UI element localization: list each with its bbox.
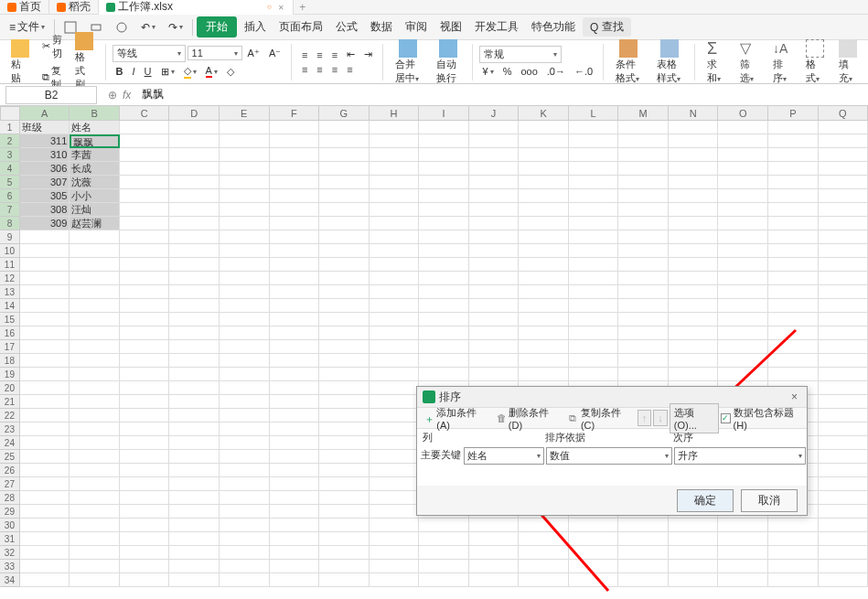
add-condition-button[interactable]: ＋添加条件(A)	[421, 404, 491, 433]
cell[interactable]	[220, 162, 270, 176]
row-header[interactable]: 31	[0, 532, 20, 546]
cell[interactable]	[618, 354, 669, 368]
cell[interactable]	[618, 230, 669, 244]
percent-icon[interactable]: %	[499, 65, 516, 78]
cell[interactable]	[270, 121, 320, 134]
cell[interactable]	[469, 560, 520, 573]
cell[interactable]	[718, 560, 768, 573]
new-tab-button[interactable]: +	[294, 1, 312, 14]
cell[interactable]	[20, 409, 70, 423]
cell[interactable]	[20, 464, 70, 477]
cell[interactable]	[70, 272, 120, 285]
cell[interactable]	[270, 176, 320, 189]
cell[interactable]	[419, 354, 469, 368]
cell[interactable]	[70, 395, 120, 409]
cell[interactable]: 307	[20, 176, 70, 189]
cell[interactable]	[270, 477, 320, 491]
cell[interactable]	[618, 340, 669, 354]
cell[interactable]	[370, 464, 420, 477]
cell[interactable]	[419, 532, 469, 546]
cell[interactable]	[469, 258, 520, 272]
cell[interactable]	[270, 203, 320, 217]
tab-home[interactable]: 首页	[0, 0, 49, 15]
cell[interactable]	[768, 573, 819, 587]
cell[interactable]	[319, 368, 370, 381]
cell[interactable]	[220, 491, 270, 505]
cell[interactable]	[469, 340, 520, 354]
cell[interactable]	[220, 477, 270, 491]
cell[interactable]	[220, 134, 270, 148]
row-header[interactable]: 6	[0, 189, 20, 203]
col-header-G[interactable]: G	[319, 106, 370, 121]
cell[interactable]	[819, 368, 868, 381]
cell[interactable]	[819, 272, 868, 285]
cell[interactable]	[569, 546, 619, 560]
cell[interactable]	[669, 340, 719, 354]
currency-icon[interactable]: ¥▾	[479, 65, 498, 78]
cell[interactable]	[20, 230, 70, 244]
cell[interactable]	[270, 423, 320, 436]
cell[interactable]	[169, 573, 220, 587]
cell[interactable]	[819, 573, 868, 587]
col-header-O[interactable]: O	[718, 106, 768, 121]
number-format-select[interactable]: 常规▾	[479, 46, 562, 63]
col-header-A[interactable]: A	[20, 106, 70, 121]
cell[interactable]	[519, 189, 569, 203]
cell[interactable]	[419, 148, 469, 162]
cell[interactable]	[718, 519, 768, 532]
cell[interactable]	[270, 560, 320, 573]
cell[interactable]	[819, 189, 868, 203]
cell[interactable]	[669, 313, 719, 326]
cell[interactable]	[169, 519, 220, 532]
cell[interactable]	[718, 573, 768, 587]
cell[interactable]	[819, 395, 868, 409]
cell[interactable]	[819, 381, 868, 395]
cell[interactable]	[20, 244, 70, 258]
cell[interactable]	[120, 560, 170, 573]
cell[interactable]	[569, 203, 619, 217]
cell[interactable]	[20, 491, 70, 505]
cell[interactable]	[169, 203, 220, 217]
cell[interactable]	[768, 134, 819, 148]
row-header[interactable]: 4	[0, 162, 20, 176]
cell[interactable]	[220, 368, 270, 381]
ok-button[interactable]: 确定	[677, 489, 734, 512]
col-header-B[interactable]: B	[70, 106, 120, 121]
cell[interactable]: 309	[20, 217, 70, 230]
cell[interactable]	[120, 121, 170, 134]
cell[interactable]	[120, 395, 170, 409]
cell[interactable]	[469, 189, 520, 203]
cell[interactable]	[768, 244, 819, 258]
cell[interactable]	[419, 519, 469, 532]
cell[interactable]	[220, 326, 270, 340]
font-size-select[interactable]: 11▾	[188, 46, 242, 60]
cell[interactable]	[669, 546, 719, 560]
decrease-font-icon[interactable]: A⁻	[265, 47, 284, 60]
copy-condition-button[interactable]: ⧉复制条件(C)	[565, 404, 636, 433]
cell[interactable]	[270, 272, 320, 285]
cell[interactable]	[120, 340, 170, 354]
cell[interactable]	[70, 354, 120, 368]
cell[interactable]	[370, 573, 420, 587]
cell[interactable]	[718, 189, 768, 203]
col-header-L[interactable]: L	[569, 106, 619, 121]
cell[interactable]	[169, 162, 220, 176]
row-header[interactable]: 34	[0, 573, 20, 587]
tab-pagelayout[interactable]: 页面布局	[273, 17, 328, 37]
cell[interactable]	[120, 148, 170, 162]
cell[interactable]	[618, 519, 669, 532]
cell[interactable]	[370, 148, 420, 162]
row-header[interactable]: 8	[0, 217, 20, 230]
cell[interactable]	[419, 313, 469, 326]
cell[interactable]	[419, 368, 469, 381]
cell[interactable]	[20, 532, 70, 546]
cell[interactable]	[169, 354, 220, 368]
cell[interactable]	[270, 326, 320, 340]
cell[interactable]	[169, 258, 220, 272]
cell[interactable]	[370, 423, 420, 436]
filter-button[interactable]: ▽筛选▾	[734, 37, 764, 87]
cell[interactable]	[669, 162, 719, 176]
cell[interactable]	[669, 258, 719, 272]
cell[interactable]	[270, 505, 320, 519]
cell[interactable]	[20, 285, 70, 299]
